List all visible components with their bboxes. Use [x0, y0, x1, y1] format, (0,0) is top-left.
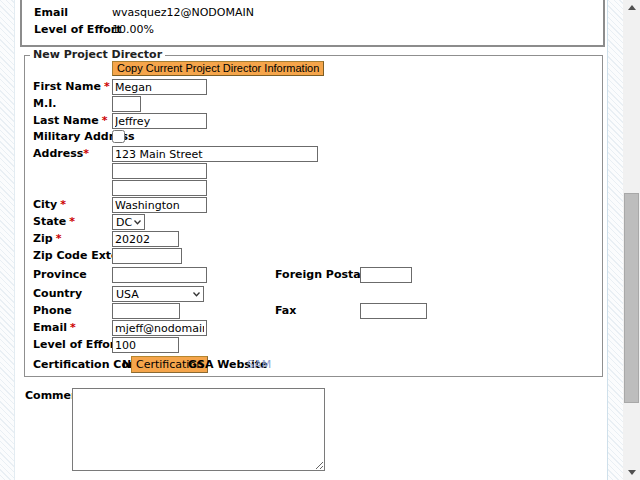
- country-label: Country: [33, 286, 82, 302]
- new-project-director-fieldset: New Project Director Copy Current Projec…: [24, 55, 603, 377]
- phone-input[interactable]: [112, 303, 180, 319]
- current-loe-value: 10.00%: [112, 22, 154, 38]
- fax-input[interactable]: [360, 303, 427, 319]
- current-director-panel: Email wvasquez12@NODOMAIN Level of Effor…: [20, 0, 605, 47]
- left-background-pattern: [0, 0, 15, 480]
- military-address-checkbox[interactable]: [112, 130, 125, 143]
- level-of-effort-input[interactable]: [112, 337, 179, 353]
- comments-textarea[interactable]: [72, 388, 325, 471]
- first-name-label: First Name*: [33, 79, 110, 95]
- province-label: Province: [33, 267, 87, 283]
- sam-link[interactable]: SAM: [247, 357, 271, 373]
- scrollbar[interactable]: [623, 0, 640, 480]
- last-name-input[interactable]: [112, 113, 207, 129]
- zip-input[interactable]: [112, 231, 179, 247]
- state-select-value: DC: [116, 216, 132, 229]
- address-line1-input[interactable]: [112, 146, 318, 162]
- required-marker: *: [60, 198, 66, 211]
- address-label: Address*: [33, 146, 89, 162]
- fax-label: Fax: [275, 303, 296, 319]
- chevron-down-icon: [193, 292, 200, 297]
- required-marker: *: [69, 215, 75, 228]
- phone-label: Phone: [33, 303, 72, 319]
- city-label: City*: [33, 197, 66, 213]
- country-select-value: USA: [116, 288, 139, 301]
- required-marker: *: [102, 114, 108, 127]
- zip-extension-input[interactable]: [112, 248, 182, 264]
- last-name-label: Last Name*: [33, 113, 107, 129]
- email-label: Email*: [33, 320, 76, 336]
- address-line2-input[interactable]: [112, 163, 207, 179]
- required-marker: *: [70, 321, 76, 334]
- current-email-label: Email: [34, 5, 68, 21]
- required-marker: *: [56, 232, 62, 245]
- city-input[interactable]: [112, 197, 207, 213]
- mi-label: M.I.: [33, 96, 56, 112]
- required-marker: *: [83, 147, 89, 160]
- form-page: Email wvasquez12@NODOMAIN Level of Effor…: [0, 0, 640, 480]
- arrow-down-icon: [628, 470, 636, 475]
- first-name-input[interactable]: [112, 79, 207, 95]
- copy-current-director-button[interactable]: Copy Current Project Director Informatio…: [112, 61, 324, 76]
- right-background-pattern: [607, 0, 623, 480]
- chevron-down-icon: [134, 220, 141, 225]
- mi-input[interactable]: [112, 96, 141, 112]
- state-select[interactable]: DC: [112, 214, 145, 230]
- current-loe-label: Level of Effort: [34, 22, 122, 38]
- fieldset-legend: New Project Director: [30, 48, 165, 61]
- country-select[interactable]: USA: [112, 286, 204, 302]
- state-label: State*: [33, 214, 75, 230]
- scrollbar-down-button[interactable]: [623, 465, 640, 480]
- certification-row: Certification Complete No Certification …: [25, 357, 602, 373]
- address-line3-input[interactable]: [112, 180, 207, 196]
- scrollbar-thumb[interactable]: [624, 193, 639, 403]
- arrow-up-icon: [628, 5, 636, 10]
- scrollbar-up-button[interactable]: [623, 0, 640, 15]
- province-input[interactable]: [112, 267, 207, 283]
- required-marker: *: [104, 80, 110, 93]
- zip-label: Zip*: [33, 231, 61, 247]
- current-email-value: wvasquez12@NODOMAIN: [112, 5, 254, 21]
- email-input[interactable]: [112, 320, 207, 336]
- foreign-postal-input[interactable]: [360, 267, 412, 283]
